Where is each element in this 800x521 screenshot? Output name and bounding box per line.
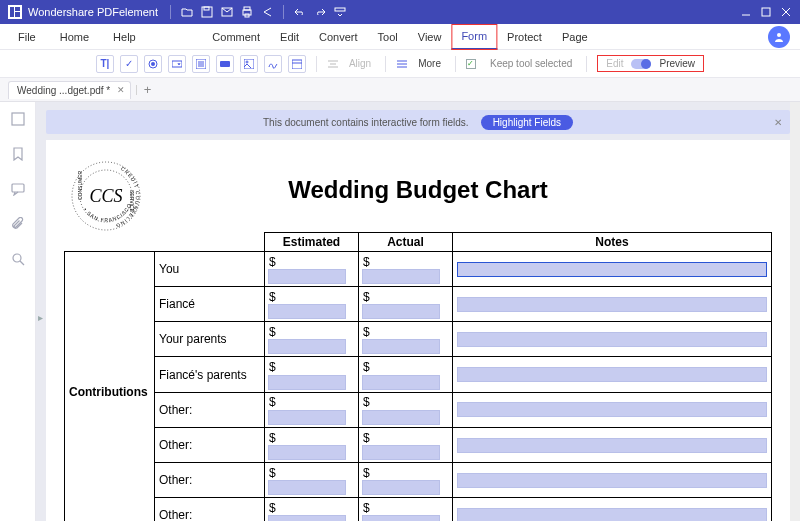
attachments-icon[interactable] <box>11 217 25 234</box>
svg-rect-25 <box>292 60 302 69</box>
signature-tool-icon[interactable] <box>264 55 282 73</box>
sidebar-collapse-icon[interactable]: ▸ <box>38 312 43 323</box>
form-field[interactable] <box>268 304 346 319</box>
titlebar: Wondershare PDFelement <box>0 0 800 24</box>
table-row: Other:$$ <box>65 392 772 427</box>
maximize-icon[interactable] <box>756 0 776 24</box>
svg-rect-34 <box>12 184 24 192</box>
form-field[interactable] <box>362 445 440 460</box>
minimize-icon[interactable] <box>736 0 756 24</box>
menu-home[interactable]: Home <box>50 24 99 50</box>
close-icon[interactable] <box>776 0 796 24</box>
more-label[interactable]: More <box>414 58 445 69</box>
tab-convert[interactable]: Convert <box>309 24 368 50</box>
table-row: Contributions You $ $ <box>65 252 772 287</box>
menu-help[interactable]: Help <box>103 24 146 50</box>
row-label: Fiancé <box>155 287 265 322</box>
user-avatar-icon[interactable] <box>768 26 790 48</box>
form-field[interactable] <box>268 410 346 425</box>
svg-point-14 <box>777 33 781 37</box>
thumbnails-icon[interactable] <box>11 112 25 129</box>
table-row: Fiancé's parents$$ <box>65 357 772 392</box>
form-field[interactable] <box>362 480 440 495</box>
tab-page[interactable]: Page <box>552 24 598 50</box>
form-field[interactable] <box>457 438 767 453</box>
form-field[interactable] <box>362 304 440 319</box>
doc-tab-close-icon[interactable]: ✕ <box>117 85 125 95</box>
textfield-tool-icon[interactable]: T| <box>96 55 114 73</box>
form-field[interactable] <box>268 375 346 390</box>
add-tab-icon[interactable]: + <box>138 82 158 97</box>
table-row: Your parents$$ <box>65 322 772 357</box>
menu-file[interactable]: File <box>8 24 46 50</box>
tab-form[interactable]: Form <box>451 24 497 50</box>
edit-mode-label[interactable]: Edit <box>606 58 623 69</box>
save-icon[interactable] <box>197 0 217 24</box>
form-field[interactable] <box>268 339 346 354</box>
search-icon[interactable] <box>11 252 25 269</box>
row-label: Fiancé's parents <box>155 357 265 392</box>
form-field[interactable] <box>268 445 346 460</box>
edit-preview-group: Edit Preview <box>597 55 704 72</box>
form-field[interactable] <box>457 332 767 347</box>
form-field[interactable] <box>268 269 346 284</box>
vertical-scrollbar[interactable] <box>790 102 800 521</box>
radio-tool-icon[interactable] <box>144 55 162 73</box>
combobox-tool-icon[interactable] <box>168 55 186 73</box>
keep-tool-checkbox[interactable]: ✓ <box>466 59 476 69</box>
form-field[interactable] <box>457 473 767 488</box>
svg-point-24 <box>246 61 248 63</box>
tab-comment[interactable]: Comment <box>202 24 270 50</box>
svg-rect-9 <box>335 8 345 11</box>
redo-icon[interactable] <box>310 0 330 24</box>
form-field[interactable] <box>268 515 346 521</box>
col-estimated: Estimated <box>265 233 359 252</box>
form-field[interactable] <box>457 367 767 382</box>
form-field[interactable] <box>457 402 767 417</box>
form-field[interactable] <box>362 410 440 425</box>
form-field[interactable] <box>457 508 767 521</box>
doc-tab[interactable]: Wedding ...dget.pdf * ✕ <box>8 81 131 99</box>
open-icon[interactable] <box>177 0 197 24</box>
svg-point-16 <box>151 62 155 66</box>
doc-canvas: ▸ This document contains interactive for… <box>36 102 800 521</box>
tab-protect[interactable]: Protect <box>497 24 552 50</box>
edit-preview-toggle[interactable] <box>631 59 651 69</box>
form-field[interactable] <box>362 375 440 390</box>
svg-rect-17 <box>172 61 182 67</box>
form-toolbar: T| ✓ Align More ✓ Keep tool selected Edi… <box>0 50 800 78</box>
row-label: Other: <box>155 392 265 427</box>
form-field[interactable] <box>457 262 767 277</box>
bookmarks-icon[interactable] <box>11 147 25 164</box>
undo-icon[interactable] <box>290 0 310 24</box>
listbox-tool-icon[interactable] <box>192 55 210 73</box>
form-field[interactable] <box>268 480 346 495</box>
more-icon[interactable] <box>396 58 408 70</box>
image-tool-icon[interactable] <box>240 55 258 73</box>
tab-edit[interactable]: Edit <box>270 24 309 50</box>
form-field[interactable] <box>362 339 440 354</box>
highlight-fields-button[interactable]: Highlight Fields <box>481 115 573 130</box>
preview-mode-label[interactable]: Preview <box>659 58 695 69</box>
section-label: Contributions <box>65 252 155 522</box>
align-icon[interactable] <box>327 58 339 70</box>
table-row: Fiancé$$ <box>65 287 772 322</box>
button-tool-icon[interactable] <box>216 55 234 73</box>
print-icon[interactable] <box>237 0 257 24</box>
svg-text:SERVICE: SERVICE <box>129 190 135 213</box>
checkbox-tool-icon[interactable]: ✓ <box>120 55 138 73</box>
keep-tool-label: Keep tool selected <box>486 58 576 69</box>
col-actual: Actual <box>359 233 453 252</box>
tab-view[interactable]: View <box>408 24 452 50</box>
date-tool-icon[interactable] <box>288 55 306 73</box>
mail-icon[interactable] <box>217 0 237 24</box>
form-field[interactable] <box>362 515 440 521</box>
comments-icon[interactable] <box>11 182 25 199</box>
form-field[interactable] <box>457 297 767 312</box>
align-label[interactable]: Align <box>345 58 375 69</box>
banner-close-icon[interactable]: ✕ <box>774 117 782 128</box>
tab-tool[interactable]: Tool <box>368 24 408 50</box>
form-field[interactable] <box>362 269 440 284</box>
share-icon[interactable] <box>257 0 277 24</box>
dropdown-icon[interactable] <box>330 0 350 24</box>
